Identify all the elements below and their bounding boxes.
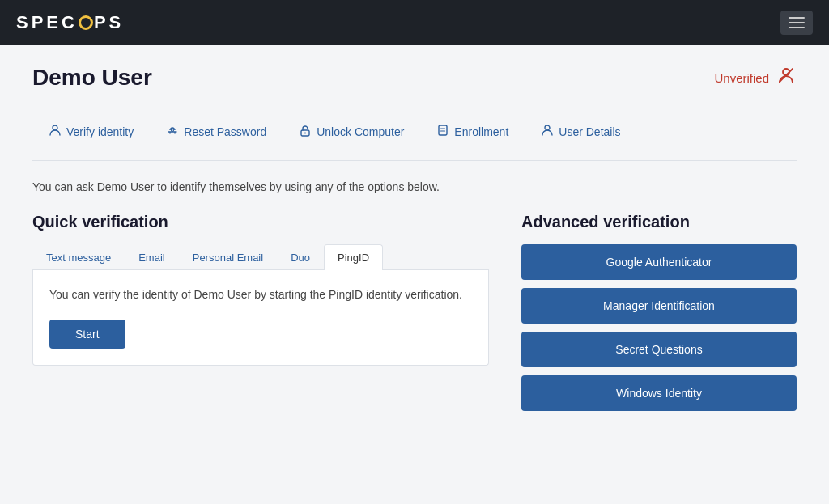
logo-text: SPECPS (16, 12, 124, 33)
app-logo: SPECPS (16, 12, 124, 33)
quick-verification-tabs: Text message Email Personal Email Duo Pi… (32, 244, 489, 270)
quick-verification-content: You can verify the identity of Demo User… (32, 270, 489, 366)
quick-tab-pingid[interactable]: PingID (324, 244, 383, 270)
quick-tab-duo[interactable]: Duo (277, 244, 324, 270)
tab-reset-password[interactable]: Reset Password (150, 117, 283, 147)
verify-identity-icon (49, 124, 62, 139)
advanced-verification-title: Advanced verification (521, 213, 797, 231)
quick-tab-text-message[interactable]: Text message (32, 244, 125, 270)
svg-point-2 (53, 125, 57, 130)
adv-btn-google-authenticator[interactable]: Google Authenticator (521, 244, 797, 280)
adv-btn-secret-questions[interactable]: Secret Questions (521, 332, 797, 367)
reset-password-icon (166, 124, 179, 139)
page-container: Demo User Unverified (0, 45, 829, 430)
tab-user-details[interactable]: User Details (525, 117, 636, 147)
tab-unlock-computer[interactable]: Unlock Computer (283, 117, 420, 147)
tab-user-details-label: User Details (559, 125, 620, 138)
tab-enrollment-label: Enrollment (454, 125, 508, 138)
tab-navigation: Verify identity Reset Password Unlock (32, 117, 797, 147)
unlock-computer-icon (299, 124, 312, 139)
enrollment-icon (436, 124, 449, 139)
start-button[interactable]: Start (49, 320, 125, 349)
user-details-icon (541, 124, 554, 139)
svg-point-4 (172, 129, 174, 132)
advanced-verification-section: Advanced verification Google Authenticat… (521, 213, 797, 411)
user-header: Demo User Unverified (32, 65, 797, 91)
hamburger-button[interactable] (780, 11, 813, 35)
unverified-badge: Unverified (714, 65, 797, 91)
hamburger-line-1 (789, 17, 805, 19)
svg-point-10 (545, 125, 550, 130)
app-header: SPECPS (0, 0, 829, 45)
adv-btn-manager-identification[interactable]: Manager Identification (521, 288, 797, 324)
svg-rect-7 (439, 125, 447, 135)
user-title: Demo User (32, 65, 152, 91)
svg-point-6 (304, 133, 306, 134)
tab-verify-identity[interactable]: Verify identity (32, 117, 150, 147)
advanced-verification-buttons: Google Authenticator Manager Identificat… (521, 244, 797, 411)
unverified-label: Unverified (714, 71, 769, 85)
quick-tab-personal-email[interactable]: Personal Email (179, 244, 277, 270)
hamburger-line-2 (789, 22, 805, 23)
quick-tab-email[interactable]: Email (125, 244, 179, 270)
hamburger-line-3 (789, 27, 805, 28)
tab-divider (32, 160, 797, 161)
svg-line-1 (780, 69, 793, 82)
quick-content-text: You can verify the identity of Demo User… (49, 286, 472, 303)
header-divider (32, 104, 797, 104)
quick-verification-section: Quick verification Text message Email Pe… (32, 213, 489, 366)
tab-verify-identity-label: Verify identity (66, 125, 134, 138)
unverified-icon (776, 65, 797, 91)
tab-enrollment[interactable]: Enrollment (420, 117, 525, 147)
main-content: Quick verification Text message Email Pe… (32, 213, 797, 411)
quick-verification-title: Quick verification (32, 213, 489, 231)
page-description: You can ask Demo User to identify themse… (32, 180, 797, 193)
tab-unlock-computer-label: Unlock Computer (317, 125, 404, 138)
adv-btn-windows-identity[interactable]: Windows Identity (521, 375, 797, 411)
logo-o-icon (79, 15, 93, 30)
tab-reset-password-label: Reset Password (184, 125, 266, 138)
